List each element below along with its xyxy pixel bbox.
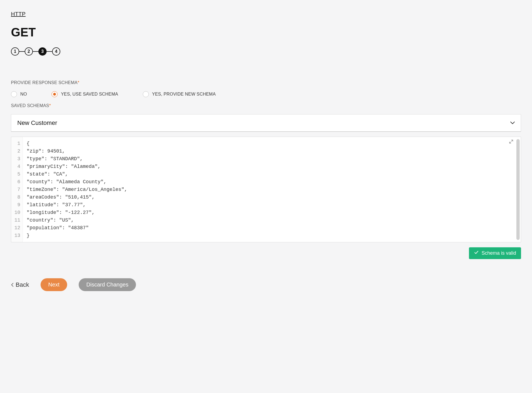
radio-option-yes-use-saved-schema[interactable]: YES, USE SAVED SCHEMA [52, 91, 118, 97]
code-gutter: 12345678910111213 [11, 137, 23, 242]
chevron-left-icon [11, 281, 13, 288]
expand-icon[interactable] [509, 140, 513, 144]
schema-valid-badge: Schema is valid [469, 247, 521, 259]
radio-label: YES, PROVIDE NEW SCHEMA [152, 92, 216, 97]
wizard-step-2[interactable]: 2 [25, 47, 33, 56]
schema-valid-text: Schema is valid [482, 250, 516, 256]
chevron-down-icon [510, 121, 515, 125]
radio-option-yes-provide-new-schema[interactable]: YES, PROVIDE NEW SCHEMA [143, 91, 216, 97]
scrollbar-thumb[interactable] [516, 139, 520, 240]
page-title: GET [11, 25, 521, 39]
check-icon [474, 250, 479, 256]
saved-schemas-value: New Customer [17, 119, 57, 127]
radio-indicator [143, 91, 149, 97]
schema-radio-group: NOYES, USE SAVED SCHEMAYES, PROVIDE NEW … [11, 91, 521, 97]
schema-code-editor[interactable]: 12345678910111213 {"zip": 94501,"type": … [11, 137, 521, 242]
step-separator [47, 51, 52, 52]
radio-indicator [52, 91, 58, 97]
radio-label: NO [20, 92, 27, 97]
saved-schemas-dropdown[interactable]: New Customer [11, 114, 521, 132]
breadcrumb-http[interactable]: HTTP [11, 11, 25, 17]
back-label: Back [16, 281, 29, 288]
radio-option-no[interactable]: NO [11, 91, 27, 97]
label-provide-response-schema: PROVIDE RESPONSE SCHEMA* [11, 80, 521, 85]
step-separator [19, 51, 25, 52]
wizard-stepper: 1234 [11, 47, 521, 56]
radio-label: YES, USE SAVED SCHEMA [61, 92, 118, 97]
wizard-step-3[interactable]: 3 [38, 47, 47, 56]
wizard-step-1[interactable]: 1 [11, 47, 19, 56]
next-button[interactable]: Next [41, 278, 67, 291]
wizard-step-4[interactable]: 4 [52, 47, 60, 56]
code-content[interactable]: {"zip": 94501,"type": "STANDARD","primar… [23, 137, 521, 242]
label-saved-schemas: SAVED SCHEMAS* [11, 103, 521, 108]
step-separator [33, 51, 38, 52]
radio-indicator [11, 91, 17, 97]
discard-changes-button[interactable]: Discard Changes [79, 278, 136, 291]
back-button[interactable]: Back [11, 281, 29, 288]
